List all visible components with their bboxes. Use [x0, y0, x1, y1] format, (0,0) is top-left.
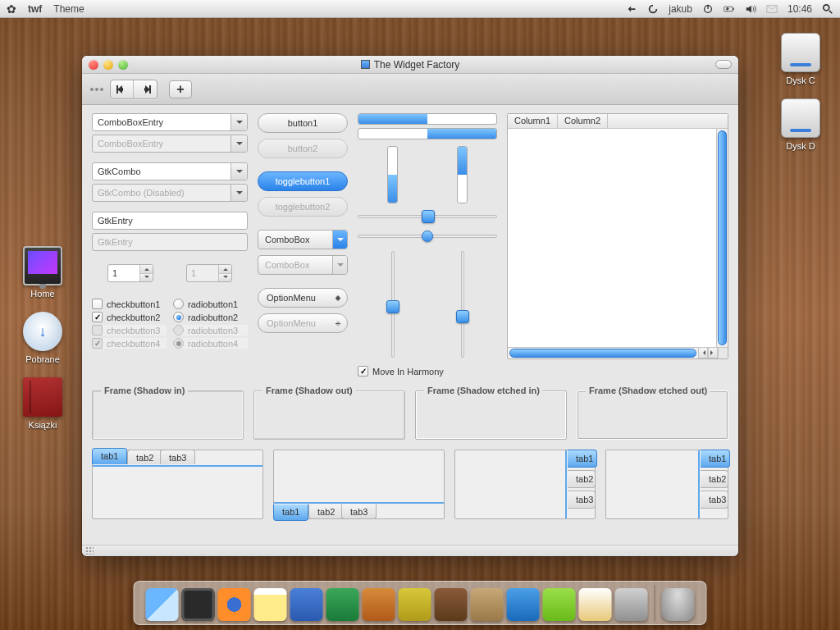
checkbutton1[interactable]: checkbutton1 — [92, 299, 167, 309]
mail-icon[interactable] — [766, 3, 778, 15]
dock-music[interactable] — [435, 588, 468, 621]
power-icon[interactable] — [702, 3, 714, 15]
gtk-entry[interactable] — [92, 212, 248, 230]
radio-icon — [173, 299, 184, 309]
tab-top-2[interactable]: tab2 — [127, 450, 162, 464]
tab-left-1[interactable]: tab1 — [568, 450, 597, 468]
radio-disabled-checked-icon — [173, 338, 184, 349]
cb1-label: checkbutton1 — [107, 299, 160, 309]
dock-calc[interactable] — [326, 588, 359, 621]
column-1-header[interactable]: Column1 — [508, 114, 558, 128]
search-icon[interactable] — [822, 3, 833, 15]
radiobutton4: radiobutton4 — [173, 338, 248, 349]
dock-impress[interactable] — [363, 588, 395, 621]
nav-forward-button[interactable] — [134, 80, 157, 98]
tab-left-2[interactable]: tab2 — [568, 470, 596, 488]
dock-app-blue[interactable] — [507, 588, 540, 621]
vscale-1[interactable] — [386, 251, 399, 358]
user-label[interactable]: jakub — [669, 3, 692, 15]
dock-firefox[interactable] — [218, 588, 251, 621]
tab-left-3[interactable]: tab3 — [568, 491, 596, 509]
volume-icon[interactable] — [745, 3, 756, 15]
battery-icon[interactable] — [724, 3, 735, 15]
scroll-right-button[interactable] — [708, 347, 718, 358]
gtk-entry-disabled: GtkEntry — [92, 233, 248, 251]
vprogress-1 — [387, 146, 398, 203]
dock — [134, 581, 707, 625]
apple-menu-icon[interactable]: ✿ — [7, 2, 16, 16]
tab-top-1[interactable]: tab1 — [92, 448, 127, 464]
cb2-label: checkbutton2 — [107, 313, 160, 322]
harmony-checkbox[interactable] — [358, 366, 368, 377]
rb3-label: radiobutton3 — [188, 326, 238, 336]
dropdown-arrow-icon — [231, 185, 247, 201]
tab-bottom-2[interactable]: tab2 — [308, 504, 344, 519]
toolbar-toggle-button[interactable] — [715, 60, 732, 69]
radiobutton1[interactable]: radiobutton1 — [173, 299, 248, 309]
spin-down-icon[interactable] — [140, 274, 153, 282]
dropdown-arrow-icon — [231, 135, 247, 152]
tab-bottom-3[interactable]: tab3 — [341, 504, 377, 519]
zoom-button[interactable] — [118, 60, 128, 70]
resize-grip[interactable] — [718, 347, 728, 358]
scroll-left-button[interactable] — [698, 347, 708, 358]
dropdown-arrow-icon[interactable] — [231, 114, 247, 130]
spin-input-1[interactable] — [108, 268, 133, 278]
dock-writer[interactable] — [290, 588, 323, 621]
disk-d[interactable]: Dysk D — [768, 98, 833, 151]
tab-label: tab1 — [101, 451, 118, 461]
theme-menu[interactable]: Theme — [53, 3, 84, 15]
hscale-2[interactable] — [358, 230, 497, 243]
dock-gimp[interactable] — [471, 588, 504, 621]
tab-right-2[interactable]: tab2 — [701, 470, 728, 488]
spin-button-1[interactable] — [107, 264, 153, 282]
add-button[interactable]: + — [169, 80, 192, 98]
tab-right-1[interactable]: tab1 — [701, 450, 730, 468]
tabs-right: tab1 tab2 tab3 — [605, 450, 728, 519]
svg-rect-8 — [149, 85, 151, 94]
dock-draw[interactable] — [399, 588, 431, 621]
sync-icon[interactable] — [647, 3, 659, 15]
dock-notes[interactable] — [254, 588, 287, 621]
svg-line-6 — [829, 10, 833, 13]
plug-icon[interactable] — [626, 3, 637, 15]
clock[interactable]: 10:46 — [788, 3, 812, 15]
button1[interactable]: button1 — [258, 113, 348, 133]
disk-c[interactable]: Dysk C — [768, 33, 833, 85]
dock-finder[interactable] — [146, 588, 179, 621]
spin-up-icon[interactable] — [140, 265, 153, 274]
dock-app-green[interactable] — [543, 588, 576, 621]
vertical-scrollbar[interactable] — [716, 129, 728, 347]
close-button[interactable] — [89, 60, 98, 70]
dock-separator — [655, 585, 655, 621]
tab-top-3[interactable]: tab3 — [160, 450, 195, 464]
hscale-1[interactable] — [358, 210, 497, 223]
horizontal-scrollbar[interactable] — [508, 347, 698, 358]
combobox-entry[interactable]: ComboBoxEntry — [92, 113, 248, 131]
dock-home[interactable] — [579, 588, 612, 621]
dock-trash[interactable] — [662, 588, 695, 621]
tab-right-3[interactable]: tab3 — [701, 491, 728, 509]
checkbutton2[interactable]: checkbutton2 — [92, 312, 167, 322]
vscale-2[interactable] — [456, 251, 469, 358]
radiobutton2[interactable]: radiobutton2 — [173, 312, 248, 322]
books-folder[interactable]: Książki — [10, 377, 75, 430]
column-2-header[interactable]: Column2 — [558, 114, 608, 128]
dock-terminal[interactable] — [182, 588, 215, 621]
combobox-btn[interactable]: ComboBox — [258, 230, 348, 249]
treeview[interactable]: Column1 Column2 — [507, 113, 728, 359]
home-folder[interactable]: Home — [10, 246, 75, 299]
nav-back-button[interactable] — [111, 80, 134, 98]
option-menu[interactable]: OptionMenu — [258, 288, 348, 308]
tab-bottom-1[interactable]: tab1 — [273, 504, 308, 521]
gtk-combo[interactable]: GtkCombo — [92, 162, 248, 180]
dock-downloads[interactable] — [615, 588, 648, 621]
downloads-folder[interactable]: Pobrane — [10, 312, 75, 364]
gtk-entry-input[interactable] — [98, 216, 242, 226]
titlebar[interactable]: The Widget Factory — [82, 56, 738, 74]
app-menu[interactable]: twf — [28, 3, 42, 15]
svg-rect-7 — [116, 85, 118, 94]
dropdown-arrow-icon[interactable] — [231, 163, 247, 180]
togglebutton1[interactable]: togglebutton1 — [258, 171, 348, 191]
minimize-button[interactable] — [103, 60, 113, 70]
